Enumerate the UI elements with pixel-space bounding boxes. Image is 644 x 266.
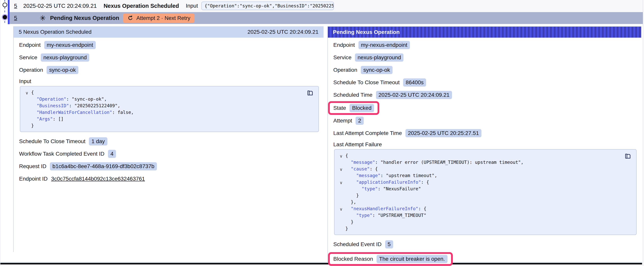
retry-icon xyxy=(127,15,134,21)
json-gutter xyxy=(337,219,346,226)
timeline-node-current-icon[interactable] xyxy=(3,15,7,19)
json-text: { xyxy=(346,152,348,159)
json-line: "BusinessID": "20250225122409", xyxy=(22,102,305,109)
detail-row: Workflow Task Completed Event ID4 xyxy=(19,149,319,158)
field-label: Attempt xyxy=(333,118,352,124)
field-label: Service xyxy=(19,54,37,61)
window-bottom-edge xyxy=(0,263,642,264)
collapse-caret-icon[interactable]: ∨ xyxy=(337,179,346,186)
field-value-badge: my-nexus-endpoint xyxy=(44,41,96,49)
detail-row: StateBlocked xyxy=(333,101,636,115)
json-text: "type": "UPSTREAM_TIMEOUT" xyxy=(346,212,426,219)
pending-operation-panel: Pending Nexus Operation Endpointmy-nexus… xyxy=(328,26,641,263)
copy-icon[interactable] xyxy=(306,90,314,97)
detail-row: Scheduled Event ID5 xyxy=(333,240,636,249)
json-line: "HandlerWaitForCancellation": false, xyxy=(22,109,305,116)
json-gutter xyxy=(22,96,31,103)
field-value-badge: my-nexus-endpoint xyxy=(358,41,410,49)
event-name: Nexus Operation Scheduled xyxy=(104,3,179,9)
json-gutter xyxy=(337,193,346,199)
field-value-badge: 5 xyxy=(385,240,393,248)
input-json-block: ∨{ "Operation": "sync-op-ok", "BusinessI… xyxy=(20,86,319,132)
window-right-edge xyxy=(643,0,643,266)
pending-panel-header: Pending Nexus Operation xyxy=(328,26,641,38)
json-gutter xyxy=(22,116,31,123)
json-gutter xyxy=(337,226,346,232)
event-input-preview[interactable]: {"Operation":"sync-op-ok","BusinessID":"… xyxy=(201,2,334,10)
collapse-caret-icon[interactable]: ∨ xyxy=(22,90,31,96)
detail-row: Schedule To Close Timeout1 day xyxy=(19,137,319,146)
json-line: }, xyxy=(337,199,622,205)
json-text: } xyxy=(346,219,354,225)
detail-row: Attempt2 xyxy=(333,116,636,125)
input-section-label: Input xyxy=(19,78,319,85)
workflow-history-view: 5 2025-02-25 UTC 20:24:09.21 Nexus Opera… xyxy=(0,0,644,266)
attempt-retry-badge: Attempt 2 · Next Retry xyxy=(123,14,194,23)
detail-row: Scheduled Time2025-02-25 UTC 20:24:09.21 xyxy=(333,90,636,99)
json-text: "nexusHandlerFailureInfo": { xyxy=(346,205,426,212)
field-value-badge: 4 xyxy=(108,150,116,158)
json-line: "message": "handler error (UPSTREAM_TIME… xyxy=(337,159,622,166)
event-id-link[interactable]: 5 xyxy=(14,3,17,9)
field-label: Schedule To Close Timeout xyxy=(333,79,400,86)
field-label: Last Attempt Complete Time xyxy=(333,130,402,136)
detail-row: Operationsync-op-ok xyxy=(333,65,636,75)
collapse-caret-icon[interactable]: ∨ xyxy=(337,206,346,212)
event-row-scheduled[interactable]: 5 2025-02-25 UTC 20:24:09.21 Nexus Opera… xyxy=(10,0,643,12)
field-value-link[interactable]: 3c0c75ccfa8144b092c13ce632463761 xyxy=(51,176,145,182)
pending-name: Pending Nexus Operation xyxy=(50,15,119,21)
field-label: Service xyxy=(333,54,352,61)
pending-panel-title: Pending Nexus Operation xyxy=(333,29,400,35)
field-value-badge: 2025-02-25 UTC 20:25:27.51 xyxy=(406,129,482,137)
pending-id-link[interactable]: 5 xyxy=(14,15,17,21)
detail-row: Schedule To Close Timeout86400s xyxy=(333,78,636,87)
field-value-badge: nexus-playground xyxy=(41,54,89,62)
json-gutter xyxy=(22,110,31,116)
json-gutter xyxy=(337,159,346,166)
json-text: } xyxy=(346,225,348,232)
json-line: "Args": [] xyxy=(22,116,305,122)
json-gutter xyxy=(337,212,346,219)
event-detail-panel: 5 Nexus Operation Scheduled 2025-02-25 U… xyxy=(13,26,324,252)
field-value-badge: Blocked xyxy=(350,104,374,112)
json-line: ∨{ xyxy=(337,152,622,159)
field-value-badge: sync-op-ok xyxy=(46,66,78,74)
detail-row: Endpointmy-nexus-endpoint xyxy=(333,40,636,50)
json-text: { xyxy=(31,89,34,96)
json-text: } xyxy=(31,122,34,129)
annotation-highlight-box: StateBlocked xyxy=(328,101,379,115)
field-label: Schedule To Close Timeout xyxy=(19,138,85,144)
field-label: Request ID xyxy=(19,163,46,169)
json-gutter xyxy=(22,103,31,110)
event-timestamp: 2025-02-25 UTC 20:24:09.21 xyxy=(23,3,97,9)
field-label: Scheduled Event ID xyxy=(333,241,382,247)
field-value-badge: 86400s xyxy=(403,78,426,87)
json-line: } xyxy=(22,122,305,129)
field-value-badge: 2025-02-25 UTC 20:24:09.21 xyxy=(376,91,452,99)
detail-row: Endpointmy-nexus-endpoint xyxy=(19,40,319,50)
field-value-badge: nexus-playground xyxy=(355,54,404,62)
copy-icon[interactable] xyxy=(624,153,632,160)
json-text: "cause": { xyxy=(346,166,378,172)
detail-row: Operationsync-op-ok xyxy=(19,65,319,75)
collapse-caret-icon[interactable]: ∨ xyxy=(337,166,346,173)
pending-operation-row[interactable]: 5 ✳︎ Pending Nexus Operation Attempt 2 ·… xyxy=(10,12,643,24)
json-text: } xyxy=(346,192,359,199)
json-line: ∨ "nexusHandlerFailureInfo": { xyxy=(337,205,622,212)
json-gutter xyxy=(337,173,346,179)
timeline-node-open-icon[interactable] xyxy=(2,3,7,7)
field-label: Operation xyxy=(333,67,357,73)
pending-asterisk-icon: ✳︎ xyxy=(40,15,46,22)
json-text: "applicationFailureInfo": { xyxy=(346,179,429,185)
detail-row: Last Attempt Complete Time2025-02-25 UTC… xyxy=(333,129,636,138)
json-line: ∨{ xyxy=(22,89,305,96)
field-label: Endpoint xyxy=(333,42,355,48)
collapse-caret-icon[interactable]: ∨ xyxy=(337,153,346,159)
json-line: "type": "UPSTREAM_TIMEOUT" xyxy=(337,212,622,219)
field-value-badge: sync-op-ok xyxy=(361,66,392,74)
json-text: "Operation": "sync-op-ok", xyxy=(31,96,107,102)
failure-json-block: ∨{ "message": "handler error (UPSTREAM_T… xyxy=(334,149,636,235)
field-value-badge: 1 day xyxy=(89,137,108,145)
json-line: } xyxy=(337,192,622,199)
field-label: State xyxy=(333,105,346,111)
